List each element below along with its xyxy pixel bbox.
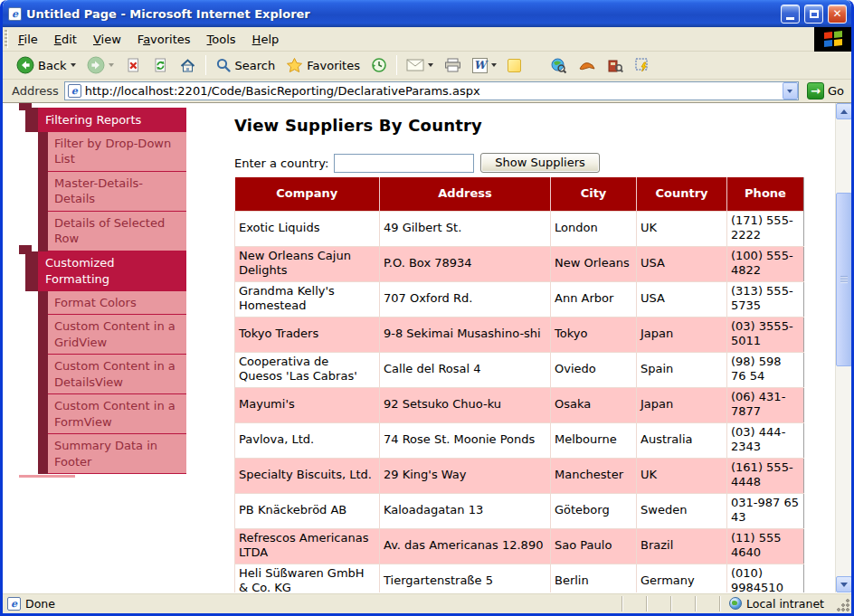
close-icon: ✕ [832, 7, 841, 20]
discuss-button[interactable] [503, 56, 526, 75]
back-button[interactable]: Back [12, 53, 81, 77]
vertical-scrollbar[interactable] [835, 103, 851, 592]
forward-button[interactable] [82, 53, 119, 77]
table-cell: 49 Gilbert St. [380, 211, 551, 246]
table-cell: UK [637, 211, 727, 246]
close-button[interactable]: ✕ [828, 5, 847, 24]
web-search-addon-button[interactable] [546, 54, 572, 77]
status-pane [695, 596, 719, 611]
sidebar-item[interactable]: Format Colors [48, 291, 186, 316]
menu-item-tools[interactable]: Tools [199, 29, 244, 50]
edit-with-word-button[interactable]: W [468, 55, 501, 76]
mail-button[interactable] [402, 56, 438, 74]
sidebar-item[interactable]: Master-Details-Details [48, 172, 186, 212]
word-dropdown-caret [491, 63, 497, 67]
sidebar-item[interactable]: Summary Data in Footer [48, 434, 186, 474]
menu-item-favorites[interactable]: Favorites [129, 29, 199, 50]
forward-dropdown-caret [109, 63, 114, 67]
window-title: Untitled Page - Microsoft Internet Explo… [26, 7, 776, 21]
sidebar-item[interactable]: Details of Selected Row [48, 212, 186, 251]
table-cell: Specialty Biscuits, Ltd. [235, 458, 380, 493]
country-input[interactable] [334, 154, 474, 173]
address-dropdown-button[interactable] [783, 82, 798, 100]
note-icon [508, 59, 521, 72]
table-row: Pavlova, Ltd.74 Rose St. Moonie PondsMel… [235, 422, 804, 458]
table-cell: Oviedo [551, 352, 637, 387]
sidebar-section-header[interactable]: Customized Formatting [25, 251, 186, 291]
table-cell: Berlin [551, 564, 637, 592]
history-button[interactable] [366, 54, 392, 76]
sidebar-section-header[interactable]: Filtering Reports [25, 108, 186, 132]
address-url[interactable]: http://localhost:2201/Code/BasicReportin… [81, 84, 783, 98]
table-cell: Manchester [551, 458, 637, 493]
chevron-down-icon [787, 90, 792, 93]
table-cell: Pavlova, Ltd. [235, 422, 380, 458]
menu-item-edit[interactable]: Edit [46, 29, 85, 50]
scrollbar-thumb[interactable] [836, 193, 851, 366]
search-button[interactable]: Search [211, 54, 280, 76]
show-suppliers-button[interactable]: Show Suppliers [480, 153, 600, 173]
scroll-up-button[interactable] [836, 103, 851, 119]
table-row: Tokyo Traders9-8 Sekimai Musashino-shiTo… [235, 317, 804, 352]
mail-dropdown-caret [428, 63, 433, 67]
search-icon [215, 57, 232, 73]
table-cell: Sao Paulo [551, 528, 637, 564]
table-cell: (06) 431-7877 [727, 387, 804, 422]
status-text: Done [25, 597, 55, 611]
minimize-button[interactable] [781, 5, 800, 24]
sidebar-item[interactable]: Custom Content in a FormView [48, 394, 186, 434]
menu-item-file[interactable]: File [10, 29, 46, 50]
table-cell: New Orleans [551, 246, 637, 281]
table-cell: Japan [637, 387, 727, 422]
go-arrow-icon: → [807, 82, 824, 100]
refresh-button[interactable] [147, 54, 173, 76]
refresh-icon [152, 57, 168, 73]
table-cell: Refrescos Americanas LTDA [235, 528, 380, 564]
column-header: City [551, 177, 637, 211]
table-cell: Av. das Americanas 12.890 [380, 528, 551, 564]
sidebar-item[interactable]: Filter by Drop-Down List [48, 132, 186, 172]
print-button[interactable] [440, 55, 466, 75]
table-cell: Göteborg [551, 493, 637, 528]
column-header: Company [235, 177, 380, 211]
sidebar-end-line [19, 475, 75, 478]
toolbar-separator [205, 55, 206, 75]
sidebar-item[interactable]: Custom Content in a GridView [48, 315, 186, 355]
resize-grip[interactable] [837, 599, 850, 612]
scroll-down-button[interactable] [836, 576, 851, 592]
standard-toolbar: Back Search Favorites [3, 52, 851, 80]
table-cell: (161) 555-4448 [727, 458, 804, 493]
sidebar-item[interactable]: Custom Content in a DetailsView [48, 355, 186, 394]
sidebar-item-group: Format ColorsCustom Content in a GridVie… [38, 291, 186, 475]
table-cell: Melbourne [551, 422, 637, 458]
table-cell: 29 King's Way [380, 458, 551, 493]
addon-button-1[interactable] [574, 55, 601, 75]
table-cell: (11) 555 4640 [727, 528, 804, 564]
table-cell: Heli Süßwaren GmbH & Co. KG [235, 564, 380, 592]
maximize-button[interactable] [804, 5, 823, 24]
menu-item-help[interactable]: Help [244, 29, 288, 50]
table-cell: (03) 444-2343 [727, 422, 804, 458]
forward-icon [87, 56, 105, 74]
sidebar-section: Filtering ReportsFilter by Drop-Down Lis… [25, 108, 186, 251]
messenger-button[interactable] [630, 54, 655, 76]
go-button[interactable]: → Go [803, 81, 848, 101]
address-field[interactable]: e http://localhost:2201/Code/BasicReport… [64, 81, 799, 100]
menu-item-view[interactable]: View [85, 29, 129, 50]
table-cell: Japan [637, 317, 727, 352]
fox-icon [578, 58, 596, 72]
menu-grip-handle[interactable] [5, 30, 8, 48]
favorites-button[interactable]: Favorites [281, 54, 365, 76]
favorites-star-icon [286, 57, 303, 73]
stop-button[interactable] [120, 54, 146, 76]
table-row: Exotic Liquids49 Gilbert St.LondonUK(171… [235, 211, 804, 246]
research-button[interactable] [603, 55, 628, 76]
sidebar-section: Customized FormattingFormat ColorsCustom… [25, 251, 186, 475]
search-label: Search [235, 59, 276, 72]
toolbar-separator [396, 55, 397, 75]
table-row: Mayumi's92 Setsuko Chuo-kuOsakaJapan(06)… [235, 387, 804, 422]
home-icon [179, 57, 196, 74]
home-button[interactable] [175, 54, 201, 77]
table-cell: (313) 555-5735 [727, 281, 804, 317]
table-cell: Calle del Rosal 4 [380, 352, 551, 387]
